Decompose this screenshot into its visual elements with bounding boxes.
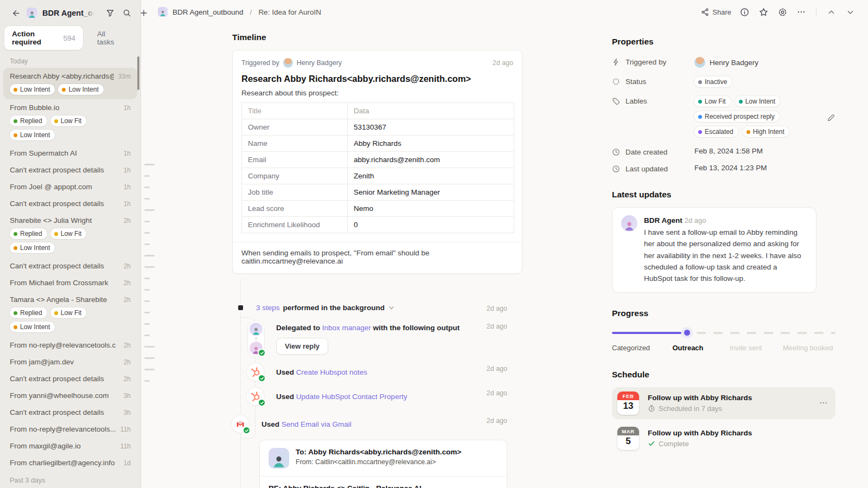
share-button[interactable]: Share [701,8,731,16]
timeline-heading: Timeline [232,33,522,42]
table-row: NameAbby Richards [242,136,514,152]
hubspot-icon [247,388,264,405]
label-badge[interactable]: High Intent [743,126,789,137]
edit-labels-pencil-icon[interactable] [827,112,835,122]
table-row: Lead scoreNemo [242,201,514,217]
steps-group-row[interactable]: 3 steps performed in the background 2d a… [232,303,507,312]
task-list-item[interactable]: From no-reply@relevancetools...11h [3,421,137,438]
schedule-item[interactable]: FEB 13 Follow up with Abby Richards Sche… [612,387,835,419]
sidebar-scrollbar[interactable] [137,56,139,90]
breadcrumb-agent[interactable]: BDR Agent_outbound [173,8,244,16]
properties-heading: Properties [612,37,835,47]
sidebar-header: BDR Agent_out [0,0,141,24]
delegation-connector [256,337,257,340]
status-badge: Replied [10,307,47,318]
task-list-item[interactable]: From charliegilbert@agency.info1d [3,454,137,471]
abby-avatar [269,448,289,468]
next-task-chevron-down-icon[interactable] [844,6,856,18]
prev-task-chevron-up-icon[interactable] [825,6,837,18]
prop-date-created: Date created Feb 8, 2024 1:58 PM [612,147,835,156]
create-hubspot-notes-link[interactable]: Create Hubspot notes [296,368,367,376]
schedule-item[interactable]: MAR 5 Follow up with Abby Richards Compl… [612,422,835,454]
bdr-agent-avatar [621,215,637,232]
task-list-item[interactable]: From Supermatch AI1h [3,145,137,162]
task-sidebar: BDR Agent_out Action required594 All tas… [0,0,141,488]
task-list-item[interactable]: From jam@jam.dev2h [3,354,137,370]
divider [816,8,816,16]
delegation-avatars [248,321,264,356]
search-icon[interactable] [121,7,133,19]
update-hubspot-property-link[interactable]: Update HubSpot Contact Property [296,393,407,401]
lightning-icon [612,58,620,66]
task-list-item[interactable]: Tamara <> Angela - Sharebite2h Replied L… [3,291,137,337]
section-label-today: Today [0,52,141,68]
prop-triggered-by: Triggered by Henry Badgery [612,57,835,68]
back-button[interactable] [10,7,22,19]
triggered-by-name: Henry Badgery [297,59,342,67]
stage-categorized: Categorized [612,344,650,352]
task-list-item[interactable]: Can't extract prospect details2h [3,370,137,387]
step-timestamp: 2d ago [487,363,507,373]
task-list-item[interactable]: From Michael from Crossmark2h [3,274,137,291]
step-timestamp: 2d ago [487,388,507,397]
task-list-item[interactable]: From no-reply@relevancetools.c2h [3,337,137,354]
email-from: From: Caitlin<caitlin.mccartney@relevanc… [296,458,461,466]
step-timestamp: 2d ago [487,303,507,312]
used-tool-row: Used Update HubSpot Contact Property 2d … [232,388,507,405]
top-bar: BDR Agent_outbound / Re: Idea for AuroIN… [142,0,868,24]
task-list-item[interactable]: Can't extract prospect details1h [3,162,137,178]
task-list-item[interactable]: From Joel @ appopt.com1h [3,178,137,195]
timeline-minimap[interactable] [144,164,157,391]
tab-all-tasks[interactable]: All tasks [83,26,136,50]
status-badge: Low Intent [10,84,55,95]
email-subject: RE: Abby Richards <> Caitlin - Relevance… [260,477,507,488]
status-badge: Low Fit [50,307,87,318]
status-badge: Replied [10,228,47,239]
triggered-by-label: Triggered by [241,59,279,67]
task-list-item[interactable]: Can't extract prospect details2h [3,258,137,274]
settings-gear-icon[interactable] [776,6,788,18]
task-filter-tabs: Action required594 All tasks [4,26,136,50]
timeline-steps: 3 steps performed in the background 2d a… [232,278,507,488]
label-badge[interactable]: Low Fit [694,96,731,107]
chevron-down-icon[interactable] [388,304,395,311]
used-tool-row: Used Create Hubspot notes 2d ago [232,363,507,381]
task-list-item[interactable]: Can't extract prospect details3h [3,404,137,421]
label-badge[interactable]: Low Intent [735,96,780,107]
task-list-item[interactable]: From maxgil@agile.io11h [3,438,137,454]
inbox-manager-link[interactable]: Inbox manager [322,324,371,332]
header-actions: Share [701,6,856,18]
clock-icon [612,165,620,173]
prop-status: Status Inactive [612,76,835,87]
calendar-icon: FEB 13 [617,391,639,415]
info-icon[interactable] [738,6,750,18]
task-list-item[interactable]: Can't extract prospect details1h [3,195,137,212]
schedule-item-menu-icon[interactable] [819,399,828,407]
task-list-item[interactable]: From Bubble.io1h Replied Low Fit Low Int… [3,99,137,145]
label-badge[interactable]: Received prospect reply [694,111,780,122]
status-badge: Inactive [694,76,732,87]
table-row: Emailabby.richards@zenith.com [242,152,514,168]
prop-labels: Lables Low Fit Low Intent Received prosp… [612,96,835,137]
card-timestamp: 2d ago [493,59,513,67]
filter-icon[interactable] [104,7,116,19]
task-title: Research Abby Richards<abby.richards@zen… [233,74,522,84]
more-options-icon[interactable] [795,6,807,18]
label-badge[interactable]: Escalated [694,126,738,137]
update-body: I have sent a follow-up email to Abby re… [644,227,807,285]
status-badge: Low Intent [10,130,55,140]
send-email-gmail-link[interactable]: Send Email via Gmail [282,420,352,428]
complete-check-icon [648,440,655,447]
task-detail-main: Timeline Triggered by Henry Badgery 2d a… [232,33,522,488]
favorite-star-icon[interactable] [757,6,769,18]
task-list-item[interactable]: Research Abby <abby.richards@33m Low Int… [3,68,137,99]
task-list-item[interactable]: Sharebite <> Julia Wright2h Replied Low … [3,212,137,258]
tab-action-required[interactable]: Action required594 [4,26,83,50]
table-row: Job titleSenior Marketing Manager [242,184,514,201]
steps-count-link[interactable]: 3 steps [256,304,280,312]
task-list-item[interactable]: From yanni@wheelhouse.com3h [3,387,137,404]
view-reply-button[interactable]: View reply [276,338,328,355]
progress-completed-segment [612,332,681,334]
table-row: CompanyZenith [242,168,514,184]
schedule-list: FEB 13 Follow up with Abby Richards Sche… [612,387,835,454]
